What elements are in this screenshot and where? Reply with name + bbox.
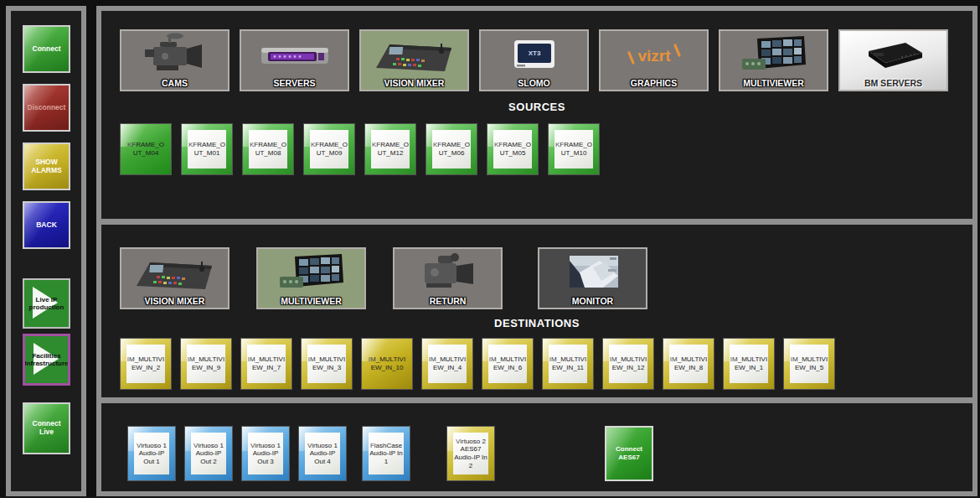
source-key-label: KFRAME_OUT_M05 [493, 130, 532, 169]
router-control-app: Connect Disconnect SHOW ALARMS BACK Live… [0, 0, 980, 503]
source-key[interactable]: KFRAME_OUT_M05 [487, 123, 539, 175]
source-key[interactable]: KFRAME_OUT_M09 [303, 123, 355, 175]
connect-live-label: Connect Live [24, 420, 69, 437]
panel-divider [101, 219, 972, 225]
device-tile-multiviewer-dest[interactable]: MULTIVIEWER [256, 247, 366, 309]
source-key-label: KFRAME_OUT_M09 [310, 130, 348, 169]
camera-icon [405, 251, 492, 298]
vision-mixer-icon [132, 251, 219, 298]
live-ip-production-button[interactable]: Live IP production [23, 278, 70, 329]
multiviewer-icon [730, 33, 818, 80]
destination-key[interactable]: IM_MULTIVIEW_IN_10 [361, 338, 413, 390]
destination-key-label: IM_MULTIVIEW_IN_8 [669, 345, 708, 383]
audio-key[interactable]: Virtuoso 1 Audio-IP Out 2 [184, 426, 233, 481]
device-tile-vision-mixer-dest[interactable]: VISION MIXER [120, 247, 230, 309]
connect-live-button[interactable]: Connect Live [23, 402, 70, 454]
audio-section: Virtuoso 1 Audio-IP Out 1 Virtuoso 1 Aud… [101, 403, 972, 491]
tile-label: MONITOR [539, 296, 646, 306]
sources-heading: SOURCES [101, 101, 972, 113]
tile-label: CAMS [121, 78, 228, 88]
multiviewer-icon [268, 251, 355, 298]
device-tile-bm-servers[interactable]: BM SERVERS [838, 29, 948, 91]
tile-label: MULTIVIEWER [258, 296, 364, 306]
destination-key[interactable]: IM_MULTIVIEW_IN_11 [542, 338, 594, 390]
vision-mixer-icon [371, 33, 458, 80]
device-tile-graphics[interactable]: vizrt GRAPHICS [599, 29, 709, 91]
facilities-infrastructure-label: Facilities Infrastructure [25, 352, 69, 367]
device-tile-slomo[interactable]: XT3 SLOMO [479, 29, 589, 91]
source-key[interactable]: KFRAME_OUT_M10 [548, 123, 600, 175]
audio-key-label: Virtuoso 1 Audio-IP Out 2 [191, 433, 226, 474]
tile-label: VISION MIXER [361, 78, 467, 88]
destination-key-label: IM_MULTIVIEW_IN_12 [609, 345, 647, 383]
tile-label: GRAPHICS [601, 78, 707, 88]
destination-key[interactable]: IM_MULTIVIEW_IN_7 [240, 338, 292, 390]
source-key-label: KFRAME_OUT_M01 [188, 130, 226, 169]
device-tile-cams[interactable]: CAMS [120, 29, 230, 91]
facilities-infrastructure-button[interactable]: Facilities Infrastructure [23, 334, 70, 386]
destination-key-label: IM_MULTIVIEW_IN_10 [368, 345, 406, 383]
source-key[interactable]: KFRAME_OUT_M06 [426, 123, 477, 175]
audio-key[interactable]: Virtuoso 1 Audio-IP Out 1 [127, 426, 176, 481]
destinations-heading: DESTINATIONS [101, 317, 972, 329]
destination-key[interactable]: IM_MULTIVIEW_IN_2 [120, 338, 172, 390]
source-key-label: KFRAME_OUT_M08 [249, 130, 287, 169]
tile-label: BM SERVERS [840, 78, 946, 88]
destination-key[interactable]: IM_MULTIVIEW_IN_12 [602, 338, 654, 390]
svg-text:vizrt: vizrt [637, 47, 671, 65]
destination-key[interactable]: IM_MULTIVIEW_IN_4 [421, 338, 473, 390]
destination-key[interactable]: IM_MULTIVIEW_IN_1 [723, 338, 775, 390]
destination-key-label: IM_MULTIVIEW_IN_7 [247, 345, 286, 383]
destination-key-label: IM_MULTIVIEW_IN_9 [187, 345, 225, 383]
audio-key-label: Virtuoso 1 Audio-IP Out 4 [305, 433, 340, 474]
destination-key-label: IM_MULTIVIEW_IN_11 [549, 345, 587, 383]
sources-section: CAMS SERVERS [101, 11, 972, 219]
source-key-label: KFRAME_OUT_M12 [371, 130, 410, 169]
device-tile-vision-mixer[interactable]: VISION MIXER [359, 29, 469, 91]
source-key-label: KFRAME_OUT_M04 [126, 130, 165, 169]
destination-key[interactable]: IM_MULTIVIEW_IN_6 [482, 338, 534, 390]
audio-key[interactable]: FlashCase Audio-IP In 1 [362, 426, 410, 481]
show-alarms-button[interactable]: SHOW ALARMS [23, 143, 70, 190]
connect-aes67-label: Connect AES67 [606, 445, 652, 461]
tile-label: MULTIVIEWER [720, 78, 827, 88]
audio-key-label: Virtuoso 1 Audio-IP Out 3 [248, 433, 283, 474]
sidebar: Connect Disconnect SHOW ALARMS BACK Live… [6, 6, 86, 496]
svg-text:XT3: XT3 [528, 49, 540, 57]
device-tile-monitor[interactable]: MONITOR [538, 247, 647, 309]
window-bottom-edge [0, 498, 980, 503]
device-tile-return[interactable]: RETURN [393, 247, 503, 309]
show-alarms-label: SHOW ALARMS [24, 158, 69, 175]
destination-key[interactable]: IM_MULTIVIEW_IN_8 [663, 338, 714, 390]
audio-key-label: FlashCase Audio-IP In 1 [369, 433, 404, 474]
destination-key[interactable]: IM_MULTIVIEW_IN_9 [180, 338, 232, 390]
destination-key-label: IM_MULTIVIEW_IN_3 [307, 345, 346, 383]
tile-label: RETURN [395, 296, 501, 306]
audio-key[interactable]: Virtuoso 2 AES67 Audio-IP In 2 [446, 426, 495, 481]
tile-label: SLOMO [481, 78, 587, 88]
source-key[interactable]: KFRAME_OUT_M04 [120, 123, 172, 175]
connect-label: Connect [33, 45, 61, 54]
destination-key-label: IM_MULTIVIEW_IN_4 [428, 345, 467, 383]
source-key[interactable]: KFRAME_OUT_M01 [181, 123, 233, 175]
destination-key[interactable]: IM_MULTIVIEW_IN_3 [301, 338, 353, 390]
audio-key[interactable]: Virtuoso 1 Audio-IP Out 4 [298, 426, 347, 481]
source-key[interactable]: KFRAME_OUT_M12 [364, 123, 416, 175]
slomo-xt3-icon: XT3 [491, 33, 578, 80]
panel-divider [101, 397, 972, 403]
connect-aes67-button[interactable]: Connect AES67 [605, 426, 653, 481]
back-button[interactable]: BACK [23, 201, 70, 249]
source-key-label: KFRAME_OUT_M10 [554, 130, 593, 169]
source-key[interactable]: KFRAME_OUT_M08 [242, 123, 294, 175]
destination-key-label: IM_MULTIVIEW_IN_1 [730, 345, 768, 383]
device-tile-servers[interactable]: SERVERS [240, 29, 349, 91]
server-icon [251, 33, 338, 80]
device-tile-multiviewer[interactable]: MULTIVIEWER [719, 29, 828, 91]
disconnect-button[interactable]: Disconnect [23, 84, 70, 132]
destination-key[interactable]: IM_MULTIVIEW_IN_5 [783, 338, 835, 390]
audio-key[interactable]: Virtuoso 1 Audio-IP Out 3 [241, 426, 290, 481]
main-area: CAMS SERVERS [96, 6, 977, 496]
monitor-mountain-icon [549, 251, 637, 298]
disconnect-label: Disconnect [28, 104, 66, 112]
connect-button[interactable]: Connect [23, 25, 70, 73]
